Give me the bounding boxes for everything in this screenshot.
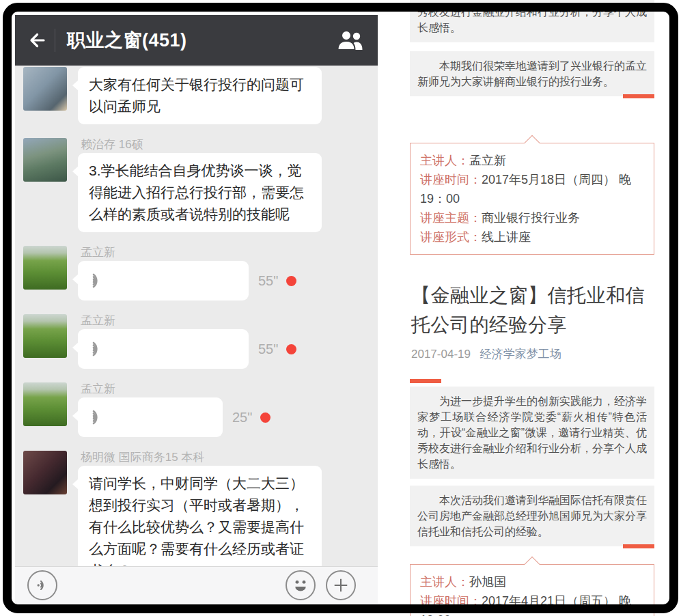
voice-input-icon: [34, 577, 51, 593]
article-pane: 秀校友进行金融业介绍和行业分析，分享个人成长感悟。 本期我们很荣幸地邀请到了兴业…: [400, 0, 665, 616]
info-row: 讲座主题：商业银行投行业务: [420, 208, 644, 227]
article-meta: 2017-04-19 经济学家梦工场: [411, 346, 654, 362]
paragraph-text: 为进一步提升学生的创新实践能力，经济学家梦工场联合经济学院党委“薪火相传”特色活…: [417, 395, 647, 470]
voice-duration: 55": [258, 341, 278, 357]
article-title: 【金融业之窗】信托业和信托公司的经验分享: [411, 281, 654, 339]
article-paragraph-invite2: 本次活动我们邀请到华融国际信托有限责任公司房地产金融部总经理孙旭国师兄为大家分享…: [410, 486, 654, 546]
voice-message-bubble[interactable]: [78, 261, 249, 300]
plus-icon: [329, 574, 352, 597]
voice-message-bubble[interactable]: [78, 397, 223, 437]
avatar[interactable]: [23, 138, 67, 182]
message-row: 孟立新 55": [23, 314, 378, 369]
info-value: 孙旭国: [469, 575, 506, 589]
article-date: 2017-04-19: [411, 348, 471, 361]
message-row: 赖治存 16硕 3.学长能结合自身优势谈一谈，觉得能进入招行总行投行部，需要怎么…: [23, 138, 378, 232]
unread-dot: [286, 276, 296, 286]
chat-header: 职业之窗(451): [15, 15, 378, 66]
infobox-notch: [525, 557, 540, 572]
back-arrow-icon: [25, 30, 47, 51]
chat-input-bar: [15, 566, 378, 604]
info-row: 讲座时间：2017年4月21日（周五） 晚19:00: [420, 591, 644, 616]
sender-name: 赖治存 16硕: [81, 138, 322, 151]
unread-dot: [286, 344, 296, 354]
account-link[interactable]: 经济学家梦工场: [480, 348, 561, 361]
message-row: 孟立新 25": [23, 382, 378, 437]
voice-duration: 25": [232, 410, 252, 425]
info-label: 主讲人：: [420, 154, 469, 167]
avatar[interactable]: [23, 67, 67, 111]
voice-wave-icon: [89, 340, 107, 358]
info-label: 主讲人：: [420, 575, 469, 589]
voice-wave-icon: [89, 272, 107, 290]
article-paragraph-clipped: 秀校友进行金融业介绍和行业分析，分享个人成长感悟。: [410, 0, 654, 42]
avatar[interactable]: [23, 451, 67, 494]
smiley-icon: [289, 574, 312, 597]
info-value: 商业银行投行业务: [482, 211, 580, 225]
red-dash-decoration: [410, 379, 441, 383]
paragraph-text: 本次活动我们邀请到华融国际信托有限责任公司房地产金融部总经理孙旭国师兄为大家分享…: [417, 494, 647, 537]
avatar[interactable]: [23, 246, 67, 290]
lecture1-infobox: 主讲人：孟立新 讲座时间：2017年5月18日（周四） 晚19：00 讲座主题：…: [410, 143, 654, 255]
infobox-notch: [525, 135, 540, 151]
message-list: 大家有任何关于银行投行的问题可以问孟师兄 赖治存 16硕 3.学长能结合自身优势…: [15, 66, 378, 589]
info-row: 主讲人：孟立新: [420, 151, 644, 170]
info-row: 讲座形式：线上讲座: [420, 227, 644, 247]
voice-duration: 55": [258, 273, 278, 289]
back-button[interactable]: [25, 29, 48, 52]
info-label: 讲座时间：: [420, 173, 482, 186]
paragraph-text: 本期我们很荣幸地邀请到了兴业银行的孟立新师兄为大家讲解商业银行的投行业务。: [417, 60, 647, 87]
lecture2-infobox: 主讲人：孙旭国 讲座时间：2017年4月21日（周五） 晚19:00 讲座主题：…: [410, 564, 654, 616]
paragraph-text: 秀校友进行金融业介绍和行业分析，分享个人成长感悟。: [417, 6, 647, 33]
voice-message-bubble[interactable]: [78, 329, 249, 369]
message-row: 大家有任何关于银行投行的问题可以问孟师兄: [23, 67, 378, 124]
text-message-bubble: 3.学长能结合自身优势谈一谈，觉得能进入招行总行投行部，需要怎么样的素质或者说特…: [78, 153, 322, 232]
sender-name: 孟立新: [81, 382, 270, 395]
message-row: 孟立新 55": [23, 246, 378, 300]
info-value: 线上讲座: [482, 230, 531, 244]
more-button[interactable]: [326, 570, 356, 600]
info-row: 主讲人：孙旭国: [420, 572, 644, 591]
text-message-bubble: 大家有任何关于银行投行的问题可以问孟师兄: [78, 67, 322, 124]
voice-input-button[interactable]: [27, 570, 57, 600]
chat-pane: 职业之窗(451) 大家有任: [15, 15, 378, 604]
info-label: 讲座时间：: [420, 594, 482, 608]
info-label: 讲座形式：: [420, 230, 482, 244]
avatar[interactable]: [23, 382, 67, 426]
sender-name: 孟立新: [81, 314, 296, 327]
chat-title: 职业之窗(451): [67, 28, 187, 53]
info-row: 讲座时间：2017年5月18日（周四） 晚19：00: [420, 170, 644, 208]
group-members-button[interactable]: [335, 29, 365, 51]
info-value: 孟立新: [469, 154, 506, 167]
sender-name: 杨明微 国际商务15 本科: [81, 451, 322, 464]
voice-wave-icon: [89, 408, 107, 426]
sender-name: 孟立新: [81, 246, 296, 259]
info-label: 讲座主题：: [420, 211, 482, 225]
article-paragraph-invite1: 本期我们很荣幸地邀请到了兴业银行的孟立新师兄为大家讲解商业银行的投行业务。: [410, 51, 654, 96]
red-dash-decoration: [623, 544, 654, 548]
emoji-button[interactable]: [286, 570, 316, 600]
header-divider: [55, 29, 55, 52]
red-dash-decoration: [623, 94, 654, 98]
group-members-icon: [335, 29, 365, 51]
unread-dot: [260, 412, 270, 423]
article-paragraph-intro: 为进一步提升学生的创新实践能力，经济学家梦工场联合经济学院党委“薪火相传”特色活…: [410, 387, 654, 479]
avatar[interactable]: [23, 314, 67, 358]
